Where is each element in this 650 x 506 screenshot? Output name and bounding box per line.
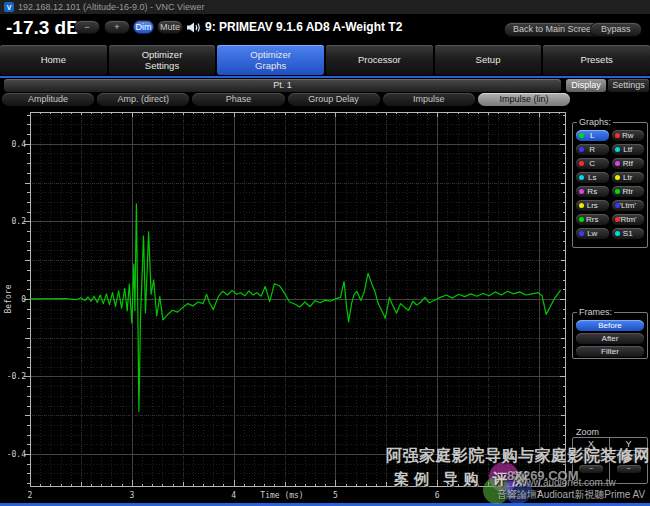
channel-color-dot	[579, 161, 584, 166]
channel-button-Rtm[interactable]: 'Rtm'	[612, 214, 645, 225]
volume-up-button[interactable]: +	[104, 20, 130, 34]
channel-button-Lrs[interactable]: Lrs	[576, 200, 609, 211]
window-title: 192.168.12.101 (Altitude-16-9.0) - VNC V…	[18, 2, 204, 12]
volume-level: -17.3 dB	[6, 17, 80, 39]
watermark-site-2: www.audionet.com.tw	[519, 477, 616, 488]
channel-label: Rtf	[623, 159, 633, 168]
channel-button-Ltm[interactable]: 'Ltm'	[612, 200, 645, 211]
svg-text:0: 0	[21, 295, 26, 304]
volume-down-button[interactable]: −	[74, 20, 100, 34]
svg-text:Time (ms): Time (ms)	[260, 491, 303, 500]
svg-text:-0.4: -0.4	[7, 450, 26, 459]
channel-button-Lw[interactable]: Lw	[576, 228, 609, 239]
frame-after-button[interactable]: After	[576, 333, 644, 344]
channel-color-dot	[579, 203, 584, 208]
channel-color-dot	[615, 133, 620, 138]
channel-color-dot	[615, 203, 620, 208]
frame-before-button[interactable]: Before	[576, 320, 644, 331]
channel-color-dot	[615, 217, 620, 222]
channel-color-dot	[579, 175, 584, 180]
channel-color-dot	[579, 217, 584, 222]
main-tab-bar: Home Optimizer Settings Optimizer Graphs…	[0, 45, 650, 75]
watermark-line1: 阿强家庭影院导购与家庭影院装修网	[386, 446, 650, 467]
zoom-panel-title: Zoom	[576, 427, 599, 437]
volume-bar: -17.3 dB − + Dim Mute 9: PRIMEAV 9.1.6 A…	[0, 14, 650, 42]
bypass-button[interactable]: Bypass	[590, 22, 642, 37]
channel-color-dot	[615, 231, 620, 236]
frame-filter-button[interactable]: Filter	[576, 346, 644, 357]
frames-panel-title: Frames:	[577, 307, 614, 317]
channel-button-C[interactable]: C	[576, 158, 609, 169]
channel-button-Ls[interactable]: Ls	[576, 172, 609, 183]
dim-button[interactable]: Dim	[133, 20, 154, 34]
svg-text:4: 4	[231, 491, 236, 500]
tab-accent-rule	[0, 76, 650, 78]
svg-text:5: 5	[333, 491, 338, 500]
channel-color-dot	[615, 147, 620, 152]
channel-color-dot	[579, 133, 584, 138]
measurement-point-bar[interactable]: Pt. 1	[4, 79, 561, 92]
channel-color-dot	[579, 147, 584, 152]
channel-button-Ltf[interactable]: Ltf	[612, 144, 645, 155]
channel-button-Ltr[interactable]: Ltr	[612, 172, 645, 183]
channel-label: Lw	[587, 229, 597, 238]
channel-label: C	[589, 159, 595, 168]
channel-label: Rs	[587, 187, 597, 196]
channel-label: Rw	[622, 131, 634, 140]
svg-text:2: 2	[28, 491, 33, 500]
channel-label: Rtr	[622, 187, 633, 196]
channel-button-Rw[interactable]: Rw	[612, 130, 645, 141]
channel-button-R[interactable]: R	[576, 144, 609, 155]
svg-text:0.2: 0.2	[12, 217, 27, 226]
channel-label: Ltf	[623, 145, 632, 154]
svg-text:Before: Before	[4, 284, 13, 313]
settings-button[interactable]: Settings	[608, 79, 649, 92]
svg-text:0.4: 0.4	[12, 140, 27, 149]
channel-label: Ltr	[623, 173, 632, 182]
tab-processor[interactable]: Processor	[326, 45, 433, 75]
channel-label: Rrs	[586, 215, 598, 224]
channel-color-dot	[615, 175, 620, 180]
window-titlebar: V 192.168.12.101 (Altitude-16-9.0) - VNC…	[0, 0, 650, 14]
vnc-logo-icon: V	[4, 2, 14, 12]
channel-color-dot	[615, 189, 620, 194]
tab-optimizer-settings[interactable]: Optimizer Settings	[109, 45, 216, 75]
channel-label: L	[590, 131, 594, 140]
channel-button-L[interactable]: L	[576, 130, 609, 141]
channel-label: R	[589, 145, 595, 154]
channel-label: 'Rtm'	[619, 215, 637, 224]
channel-button-Rrs[interactable]: Rrs	[576, 214, 609, 225]
channel-label: Lrs	[587, 201, 598, 210]
mute-button[interactable]: Mute	[157, 20, 183, 34]
speaker-icon	[186, 20, 201, 38]
watermark-site-3: 音響論壇Audioart新視聽Prime AV	[497, 488, 645, 502]
channel-button-Rtf[interactable]: Rtf	[612, 158, 645, 169]
channel-color-dot	[579, 189, 584, 194]
channel-label: 'Ltm'	[620, 201, 636, 210]
tab-presets[interactable]: Presets	[543, 45, 650, 75]
graphs-panel: Graphs: L Rw R Ltf C Rtf Ls Ltr Rs Rtr L…	[572, 122, 648, 248]
preset-title: 9: PRIMEAV 9.1.6 AD8 A-Weight T2	[205, 20, 402, 34]
svg-text:3: 3	[129, 491, 134, 500]
tab-optimizer-graphs[interactable]: Optimizer Graphs	[217, 45, 324, 75]
channel-label: S1	[623, 229, 633, 238]
channel-button-Rtr[interactable]: Rtr	[612, 186, 645, 197]
svg-text:-0.2: -0.2	[7, 372, 26, 381]
channel-color-dot	[615, 161, 620, 166]
channel-label: Ls	[588, 173, 596, 182]
display-button[interactable]: Display	[566, 79, 606, 92]
tab-setup[interactable]: Setup	[435, 45, 542, 75]
channel-button-Rs[interactable]: Rs	[576, 186, 609, 197]
channel-button-S1[interactable]: S1	[612, 228, 645, 239]
tab-home[interactable]: Home	[0, 45, 107, 75]
channel-color-dot	[579, 231, 584, 236]
frames-panel: Frames: Before After Filter	[572, 312, 648, 359]
graphs-panel-title: Graphs:	[577, 117, 613, 127]
svg-text:6: 6	[435, 491, 440, 500]
